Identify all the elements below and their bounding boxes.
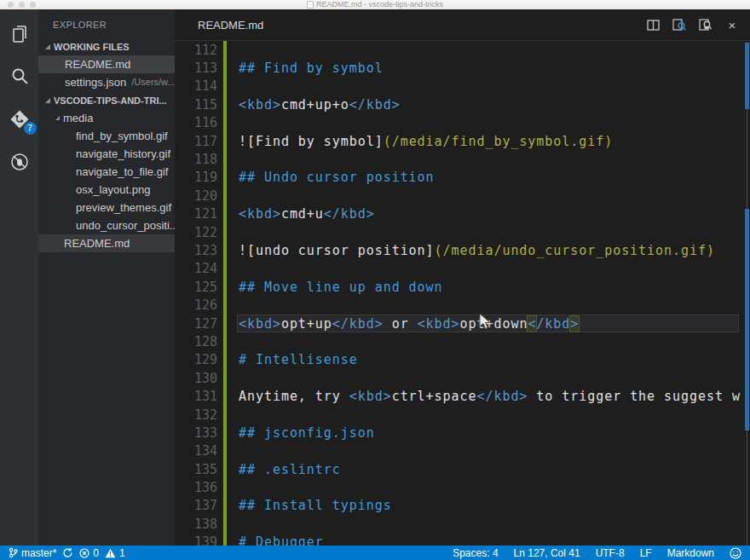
search-icon: [9, 66, 30, 87]
code-line-131[interactable]: 131Anytime, try <kbd>ctrl+space</kbd> to…: [175, 387, 750, 405]
close-editor-button[interactable]: ×: [724, 18, 740, 32]
working-files-header[interactable]: WORKING FILES: [38, 38, 175, 55]
zoom-window-button[interactable]: [30, 2, 36, 8]
code-line-136[interactable]: 136: [175, 478, 750, 496]
code-line-129[interactable]: 129# Intellisense: [175, 351, 750, 369]
code-line-113[interactable]: 113## Find by symbol: [175, 59, 750, 77]
file-tree: mediafind_by_symbol.gifnavigate_history.…: [38, 109, 175, 252]
code-text: ## Install typings: [217, 498, 392, 513]
line-number: 122: [175, 225, 217, 240]
code-line-115[interactable]: 115<kbd>cmd+up+o</kbd>: [175, 95, 750, 113]
status-eol[interactable]: LF: [640, 547, 652, 559]
debug-icon: [9, 152, 30, 172]
status-language-mode[interactable]: Markdown: [667, 547, 714, 559]
code-line-117[interactable]: 117![Find by symbol](/media/find_by_symb…: [175, 132, 750, 150]
code-line-118[interactable]: 118: [175, 150, 750, 168]
activity-debug[interactable]: [9, 151, 31, 173]
line-number: 133: [175, 425, 217, 441]
editor-content[interactable]: 112113## Find by symbol114115<kbd>cmd+up…: [175, 41, 750, 546]
markdown-heading: ## jsconfig.json: [239, 425, 375, 441]
code-line-121[interactable]: 121<kbd>cmd+u</kbd>: [175, 205, 750, 223]
status-encoding[interactable]: UTF-8: [596, 547, 625, 559]
warnings-status[interactable]: 1: [105, 547, 125, 559]
code-text: ## Undo cursor position: [217, 170, 435, 185]
code-line-126[interactable]: 126: [175, 296, 750, 314]
markdown-heading: # Intellisense: [239, 352, 358, 367]
split-editor-button[interactable]: [645, 18, 661, 32]
code-line-130[interactable]: 130: [175, 369, 750, 387]
line-number: 128: [175, 334, 217, 349]
code-line-132[interactable]: 132: [175, 406, 750, 424]
sync-icon: [62, 547, 73, 558]
open-preview-side-icon: [699, 19, 712, 32]
code-line-127[interactable]: 127<kbd>opt+up</kbd> or <kbd>opt+down</k…: [175, 315, 750, 332]
code-line-122[interactable]: 122: [175, 223, 750, 241]
code-line-120[interactable]: 120: [175, 187, 750, 205]
minimize-window-button[interactable]: [19, 2, 25, 8]
working-file-item[interactable]: settings.json/Users/w...: [38, 73, 175, 91]
tree-file-item[interactable]: preview_themes.gif: [38, 199, 175, 216]
code-line-124[interactable]: 124: [175, 260, 750, 278]
line-number: 114: [175, 78, 217, 94]
line-number: 117: [175, 134, 217, 149]
code-line-133[interactable]: 133## jsconfig.json: [175, 424, 750, 442]
tree-file-item[interactable]: README.md: [38, 234, 175, 252]
plain-text: to trigger the suggest w: [528, 389, 741, 404]
code-line-139[interactable]: 139# Debugger: [175, 534, 750, 546]
overview-ruler-mark: [745, 43, 749, 109]
matched-bracket: >: [570, 316, 579, 332]
plain-text: cmd+u: [281, 206, 324, 222]
plain-text: opt+up: [281, 316, 332, 332]
tree-file-item[interactable]: osx_layout.png: [38, 181, 175, 199]
open-preview-side-button[interactable]: [698, 18, 713, 32]
code-line-135[interactable]: 135## .eslintrc: [175, 460, 750, 478]
folder-section-header[interactable]: VSCODE-TIPS-AND-TRI...: [38, 91, 175, 109]
working-file-item[interactable]: README.md: [38, 55, 175, 73]
code-line-114[interactable]: 114: [175, 78, 750, 95]
code-line-134[interactable]: 134: [175, 442, 750, 460]
document-icon: [307, 1, 314, 9]
code-line-116[interactable]: 116: [175, 114, 750, 132]
activity-explorer[interactable]: [9, 23, 31, 45]
scrollbar-track-line[interactable]: [747, 430, 747, 546]
code-line-125[interactable]: 125## Move line up and down: [175, 278, 750, 296]
status-cursor-position[interactable]: Ln 127, Col 41: [514, 547, 580, 559]
open-preview-button[interactable]: [672, 18, 687, 32]
html-tag: </kbd>: [332, 316, 384, 332]
code-line-137[interactable]: 137## Install typings: [175, 497, 750, 515]
close-window-button[interactable]: [8, 2, 14, 8]
line-number: 116: [175, 115, 217, 130]
sync-button[interactable]: [62, 547, 73, 558]
code-line-123[interactable]: 123![undo cursor position](/media/undo_c…: [175, 241, 750, 259]
git-branch-status[interactable]: master*: [9, 547, 56, 559]
code-line-138[interactable]: 138: [175, 515, 750, 533]
code-line-128[interactable]: 128: [175, 332, 750, 350]
activity-git[interactable]: 7: [9, 108, 31, 130]
link-url: (/media/find_by_symbol.gif): [384, 134, 613, 149]
markdown-heading: ## Find by symbol: [239, 61, 384, 76]
code-text: <kbd>cmd+up+o</kbd>: [217, 97, 401, 113]
editor-tab-title[interactable]: README.md: [175, 19, 645, 32]
feedback-smiley-button[interactable]: [730, 547, 741, 559]
scrollbar-track-line[interactable]: [747, 109, 747, 209]
line-number: 118: [175, 152, 217, 167]
files-icon: [9, 24, 30, 44]
tree-file-item[interactable]: find_by_symbol.gif: [38, 127, 175, 145]
tree-folder-item[interactable]: media: [38, 109, 175, 127]
line-number: 138: [175, 517, 217, 532]
line-number: 129: [175, 352, 217, 367]
plain-text: ![undo cursor position]: [239, 243, 435, 258]
tree-file-item[interactable]: navigate_to_file.gif: [38, 163, 175, 181]
markdown-heading: ## .eslintrc: [239, 462, 341, 477]
activity-search[interactable]: [9, 66, 31, 88]
line-number: 125: [175, 280, 217, 295]
html-tag: <kbd>: [239, 97, 281, 113]
working-files-list: README.mdsettings.json/Users/w...: [38, 55, 175, 91]
code-line-112[interactable]: 112: [175, 41, 750, 59]
html-tag: </kbd>: [476, 389, 528, 404]
code-line-119[interactable]: 119## Undo cursor position: [175, 169, 750, 187]
status-indentation[interactable]: Spaces: 4: [453, 547, 498, 559]
errors-status[interactable]: 0: [79, 547, 99, 559]
tree-file-item[interactable]: navigate_history.gif: [38, 145, 175, 163]
tree-file-item[interactable]: undo_cursor_positi...: [38, 216, 175, 234]
